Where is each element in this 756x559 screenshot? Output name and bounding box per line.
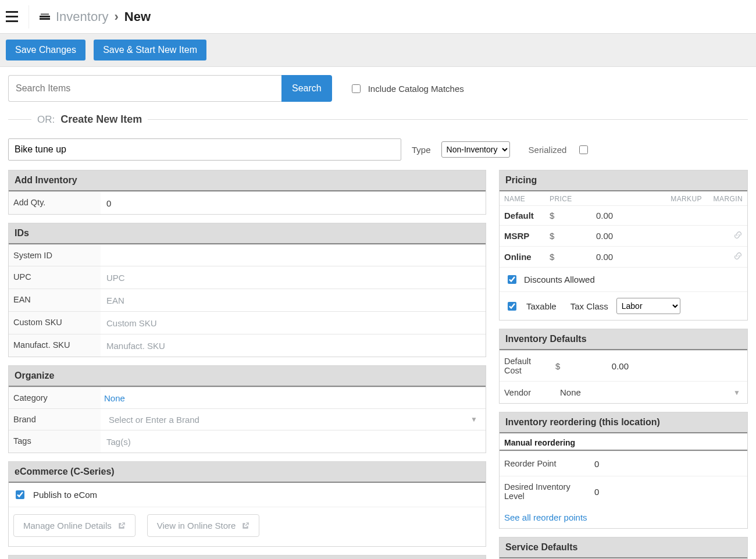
- vendor-label: Vendor: [500, 382, 553, 403]
- organize-panel: Organize Category None Brand Select or E…: [8, 365, 486, 453]
- custom-sku-input[interactable]: [104, 314, 482, 332]
- ecommerce-c-panel: eCommerce (C-Series) Publish to eCom Man…: [8, 461, 486, 547]
- manufact-sku-label: Manufact. SKU: [9, 334, 101, 357]
- publish-ecom-label: Publish to eCom: [33, 490, 97, 500]
- price-row-online[interactable]: Online $ 0.00: [500, 246, 747, 267]
- menu-button[interactable]: [6, 5, 29, 29]
- tax-class-select[interactable]: Labor: [616, 298, 680, 314]
- manufact-sku-input[interactable]: [104, 337, 482, 354]
- chevron-down-icon: ▼: [470, 415, 477, 423]
- search-button[interactable]: Search: [281, 75, 332, 102]
- chevron-right-icon: ›: [115, 9, 119, 24]
- add-qty-label: Add Qty.: [9, 192, 101, 214]
- tax-class-label: Tax Class: [570, 301, 608, 311]
- ecommerce-e-panel: eCommerce (E-Series): [8, 555, 486, 559]
- service-defaults-header: Service Defaults: [500, 537, 747, 558]
- manage-online-details-button[interactable]: Manage Online Details: [13, 514, 135, 537]
- inventory-app-icon: [40, 13, 50, 20]
- add-inventory-panel: Add Inventory Add Qty.: [8, 170, 486, 215]
- tags-label: Tags: [9, 430, 101, 453]
- desired-level-input[interactable]: [592, 483, 745, 500]
- discounts-allowed-checkbox[interactable]: [508, 275, 516, 284]
- view-online-store-button[interactable]: View in Online Store: [147, 514, 260, 537]
- ecommerce-e-header: eCommerce (E-Series): [9, 556, 486, 559]
- category-link[interactable]: None: [104, 393, 125, 403]
- default-cost-input[interactable]: [567, 357, 631, 375]
- ecommerce-c-header: eCommerce (C-Series): [9, 462, 486, 483]
- breadcrumb-current: New: [124, 9, 151, 24]
- external-link-icon: [117, 522, 126, 530]
- chevron-down-icon: ▼: [733, 389, 740, 397]
- ean-input[interactable]: [104, 291, 482, 309]
- desired-level-label: Desired Inventory Level: [500, 476, 590, 507]
- category-label: Category: [9, 387, 101, 408]
- taxable-checkbox[interactable]: [508, 302, 516, 311]
- external-link-icon: [241, 522, 249, 530]
- save-new-button[interactable]: Save & Start New Item: [94, 40, 206, 60]
- tags-input[interactable]: [104, 433, 482, 450]
- hamburger-icon: [6, 11, 18, 22]
- search-input[interactable]: [8, 75, 281, 102]
- add-inventory-header: Add Inventory: [9, 170, 486, 191]
- ids-panel: IDs System ID UPC EAN Custom SKU: [8, 223, 486, 357]
- breadcrumb-parent[interactable]: Inventory: [56, 9, 109, 24]
- breadcrumb: Inventory › New: [56, 9, 151, 24]
- inventory-reordering-header: Inventory reordering (this location): [500, 412, 747, 433]
- create-new-item-label: Create New Item: [60, 113, 142, 126]
- reorder-point-label: Reorder Point: [500, 453, 590, 474]
- item-name-input[interactable]: [8, 138, 401, 161]
- upc-label: UPC: [9, 266, 101, 289]
- publish-ecom-checkbox[interactable]: [16, 490, 24, 499]
- organize-header: Organize: [9, 366, 486, 387]
- pricing-columns: NAME PRICE MARKUP MARGIN: [500, 191, 747, 205]
- pricing-header: Pricing: [500, 170, 747, 191]
- discounts-allowed-label: Discounts Allowed: [524, 275, 595, 284]
- item-type-select[interactable]: Non-Inventory: [441, 141, 510, 158]
- price-row-default[interactable]: Default $ 0.00: [500, 205, 747, 225]
- serialized-label: Serialized: [529, 145, 567, 155]
- include-catalog-label: Include Catalog Matches: [368, 84, 464, 94]
- vendor-select[interactable]: None ▼: [555, 385, 745, 400]
- taxable-label: Taxable: [526, 301, 557, 311]
- system-id-label: System ID: [9, 245, 101, 266]
- or-divider-label: OR:: [37, 114, 55, 126]
- service-defaults-panel: Service Defaults Default Duration Hours …: [499, 537, 748, 559]
- inventory-reordering-panel: Inventory reordering (this location) Man…: [499, 412, 748, 529]
- include-catalog-checkbox[interactable]: [352, 84, 361, 93]
- brand-label: Brand: [9, 409, 101, 430]
- link-icon[interactable]: [719, 230, 743, 241]
- default-cost-label: Default Cost: [500, 351, 553, 381]
- custom-sku-label: Custom SKU: [9, 312, 101, 334]
- type-label: Type: [412, 145, 431, 155]
- ids-header: IDs: [9, 223, 486, 244]
- inventory-defaults-panel: Inventory Defaults Default Cost $ Vendor…: [499, 329, 748, 404]
- see-all-reorder-points-link[interactable]: See all reorder points: [504, 512, 587, 522]
- brand-select[interactable]: Select or Enter a Brand ▼: [104, 412, 482, 427]
- serialized-checkbox[interactable]: [579, 145, 588, 154]
- pricing-panel: Pricing NAME PRICE MARKUP MARGIN Default…: [499, 170, 748, 321]
- ean-label: EAN: [9, 289, 101, 311]
- link-icon[interactable]: [719, 251, 743, 262]
- upc-input[interactable]: [104, 269, 482, 286]
- price-row-msrp[interactable]: MSRP $ 0.00: [500, 225, 747, 246]
- save-button[interactable]: Save Changes: [6, 40, 85, 60]
- add-qty-input[interactable]: [104, 194, 482, 212]
- inventory-defaults-header: Inventory Defaults: [500, 329, 747, 350]
- reorder-point-input[interactable]: [592, 455, 745, 472]
- manual-reordering-label: Manual reordering: [500, 433, 747, 451]
